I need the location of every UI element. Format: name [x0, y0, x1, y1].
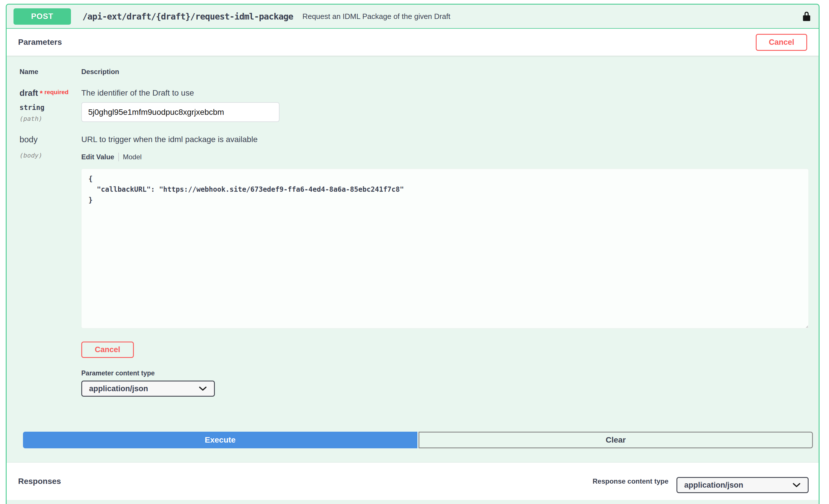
clear-button[interactable]: Clear	[419, 432, 813, 448]
endpoint-path: /api-ext/draft/{draft}/request-idml-pack…	[82, 11, 293, 22]
body-param-tabs: Edit Value Model	[81, 153, 808, 161]
execute-button[interactable]: Execute	[23, 432, 418, 448]
operation-summary[interactable]: POST /api-ext/draft/{draft}/request-idml…	[7, 5, 819, 29]
param-location: (body)	[20, 152, 81, 159]
response-content-type-select[interactable]: application/json	[677, 477, 808, 493]
tab-model[interactable]: Model	[123, 153, 142, 161]
parameter-content-type-select[interactable]: application/json	[81, 381, 215, 397]
method-badge: POST	[13, 8, 71, 25]
chevron-down-icon	[792, 482, 801, 488]
param-row-draft: draft*required string (path) The identif…	[20, 88, 808, 122]
execute-row: Execute Clear	[23, 432, 813, 448]
description-column-header: Description	[81, 68, 808, 76]
param-location: (path)	[20, 115, 81, 122]
param-name-body: body	[20, 135, 81, 144]
endpoint-summary: Request an IDML Package of the given Dra…	[302, 12, 450, 21]
param-type: string	[20, 104, 81, 112]
parameter-content-type-value: application/json	[89, 384, 148, 393]
table-header-row: Name Description	[20, 68, 808, 76]
tab-separator	[118, 153, 119, 161]
cancel-try-out-button[interactable]: Cancel	[756, 34, 807, 51]
operation-block: POST /api-ext/draft/{draft}/request-idml…	[6, 4, 820, 504]
parameters-table: Name Description draft*required string (…	[7, 68, 819, 397]
auth-lock-icon[interactable]	[801, 11, 812, 22]
required-star: *	[40, 89, 42, 98]
spacer	[7, 448, 819, 463]
param-row-body: body (body) URL to trigger when the idml…	[20, 135, 808, 397]
name-column-header: Name	[20, 68, 81, 76]
parameter-content-type-label: Parameter content type	[81, 370, 808, 377]
responses-header: Responses Response content type applicat…	[7, 463, 819, 500]
response-content-type-value: application/json	[684, 481, 744, 490]
tab-edit-value[interactable]: Edit Value	[81, 153, 114, 161]
body-value-editor[interactable]: { "callbackURL": "https://webhook.site/6…	[81, 169, 808, 328]
responses-title: Responses	[18, 477, 61, 486]
parameters-header: Parameters Cancel	[7, 29, 819, 56]
draft-value-input[interactable]	[81, 102, 280, 122]
cancel-edit-button[interactable]: Cancel	[81, 342, 134, 358]
chevron-down-icon	[199, 386, 207, 391]
response-content-type-label: Response content type	[592, 477, 669, 486]
param-name-draft: draft	[20, 88, 38, 98]
param-description: URL to trigger when the idml package is …	[81, 135, 808, 144]
param-description: The identifier of the Draft to use	[81, 88, 808, 98]
required-label: required	[44, 89, 69, 95]
parameters-title: Parameters	[18, 38, 62, 47]
